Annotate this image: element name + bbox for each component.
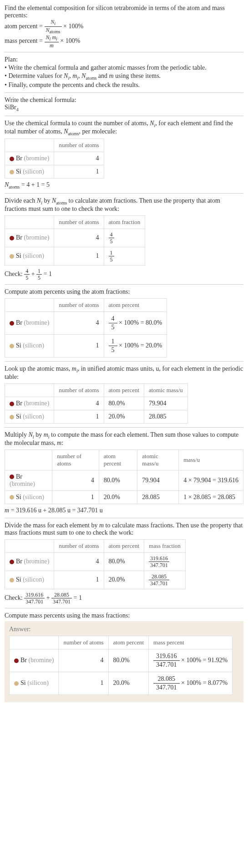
res: × 100% = 8.077% — [180, 679, 228, 686]
bromine-dot-icon — [10, 560, 14, 564]
n: 319.616 — [24, 592, 45, 598]
v: 1 × 28.085 = 28.085 — [179, 490, 243, 504]
atomfrac-table: number of atoms atom fraction Br (bromin… — [5, 215, 145, 266]
value: 1 — [54, 334, 104, 357]
den: 5 — [109, 238, 114, 244]
el: Si — [16, 342, 21, 349]
table-row: Si (silicon) 1 20.0% 28.085 — [5, 410, 188, 423]
times100: × 100% — [60, 37, 80, 44]
table-row: Si (silicon) 1 20.0% 28.085347.701 × 100… — [10, 672, 233, 694]
massfrac-table: number of atoms atom percent mass fracti… — [5, 539, 186, 589]
table-row: Si (silicon) 1 — [5, 165, 104, 179]
col: atom percent — [108, 636, 149, 649]
table-header: number of atoms — [5, 139, 104, 152]
d: 347.701 — [153, 661, 180, 669]
answer-box: Answer: number of atoms atom percent mas… — [5, 621, 243, 702]
table-row: Br (bromine) 4 45 — [5, 229, 145, 247]
mass-lookup-table: number of atoms atom percent atomic mass… — [5, 383, 188, 424]
t: Look up the atomic mass, — [5, 365, 72, 372]
fraction-cell: 28.085347.701 — [144, 571, 186, 589]
table-row: Si (silicon) 1 20.0% 28.085 1 × 28.085 =… — [5, 490, 243, 504]
col: number of atoms — [54, 215, 104, 229]
note: (bromine) — [24, 558, 50, 565]
t: Divide each — [5, 197, 37, 204]
v: 4 — [54, 397, 104, 410]
num: 1 — [109, 250, 114, 256]
v: 80.0% — [104, 397, 144, 410]
intro-block: Find the elemental composition for silic… — [5, 5, 243, 48]
t: Use the chemical formula to count the nu… — [5, 120, 150, 127]
n: 28.085 — [51, 592, 72, 598]
v: 1 — [54, 410, 104, 423]
col: atom percent — [99, 449, 137, 470]
d: 347.701 — [51, 598, 72, 604]
el: Si — [16, 252, 21, 259]
d: 347.701 — [149, 580, 169, 586]
table-row: Si (silicon) 1 20.0% 28.085347.701 — [5, 571, 186, 589]
divider — [5, 427, 243, 428]
v: 20.0% — [108, 672, 149, 694]
calc-cell: 45 × 100% = 80.0% — [104, 311, 167, 334]
value: 4 — [54, 152, 104, 165]
t: Multiply — [5, 431, 29, 438]
col: atom percent — [104, 298, 167, 311]
d: 347.701 — [24, 598, 45, 604]
fraction-cell: 15 — [104, 247, 145, 265]
intro: Multiply Ni by mi to compute the mass fo… — [5, 431, 243, 447]
element-cell: Si (silicon) — [10, 672, 59, 694]
calc-cell: 28.085347.701 × 100% = 8.077% — [149, 672, 233, 694]
answer-title: Answer: — [9, 626, 239, 633]
den: 5 — [109, 256, 114, 262]
silicon-dot-icon — [10, 415, 14, 419]
el: Si — [16, 168, 21, 175]
divider — [5, 52, 243, 52]
table-row: Si (silicon) 1 15 — [5, 247, 145, 265]
calc-cell: 319.616347.701 × 100% = 91.92% — [149, 649, 233, 672]
table-header: number of atoms atom percent atomic mass… — [5, 449, 243, 470]
n-atoms-total: Natoms = 4 + 1 = 5 — [5, 181, 243, 189]
mass-percent-formula: mass percent = Ni mi m × 100% — [5, 35, 243, 48]
note: (silicon) — [23, 252, 44, 259]
note: (silicon) — [23, 342, 44, 349]
d: 5 — [24, 275, 30, 281]
v: 79.904 — [144, 397, 188, 410]
table-row: Br (bromine) 4 45 × 100% = 80.0% — [5, 311, 167, 334]
check-line: Check: 319.616347.701 + 28.085347.701 = … — [5, 592, 243, 604]
v: 28.085 — [137, 490, 179, 504]
n: 28.085 — [153, 675, 180, 684]
d: 347.701 — [149, 562, 169, 568]
d: 347.701 — [153, 684, 180, 692]
col: mass percent — [149, 636, 233, 649]
label: Check: — [5, 271, 24, 277]
masspct-block: Compute mass percents using the mass fra… — [5, 612, 243, 702]
el: Br — [16, 400, 22, 407]
note: (silicon) — [23, 494, 44, 500]
el: Si — [16, 576, 21, 583]
res: × 100% = 20.0% — [117, 342, 162, 349]
v: 20.0% — [99, 490, 137, 504]
col: atom percent — [104, 383, 144, 397]
note: (silicon) — [27, 679, 49, 686]
divider — [5, 518, 243, 518]
v: 28.085 — [144, 410, 188, 423]
intro: Compute mass percents using the mass fra… — [5, 612, 243, 619]
table-header: number of atoms atom fraction — [5, 215, 145, 229]
col: mass/u — [179, 449, 243, 470]
t: : — [61, 439, 63, 446]
intro-text: Find the elemental composition for silic… — [5, 5, 243, 19]
count-table: number of atoms Br (bromine) 4 Si (silic… — [5, 138, 104, 179]
res: × 100% = 80.0% — [117, 319, 162, 326]
element-cell: Si (silicon) — [5, 334, 54, 357]
n: 1 — [109, 337, 117, 346]
mass-calc-block: Multiply Ni by mi to compute the mass fo… — [5, 431, 243, 514]
v: 1 — [52, 490, 99, 504]
atomfrac-intro: Divide each Ni by Natoms to calculate at… — [5, 197, 243, 213]
plan-block: Plan: • Write the chemical formula and g… — [5, 56, 243, 89]
atompct-table: number of atoms atom percent Br (bromine… — [5, 298, 167, 357]
label: Check: — [5, 594, 24, 601]
n: 1 — [36, 268, 42, 275]
table-header: number of atoms atom percent mass percen… — [10, 636, 233, 649]
silicon-dot-icon — [10, 495, 14, 500]
label: mass percent = — [5, 37, 45, 44]
count-block: Use the chemical formula to count the nu… — [5, 120, 243, 189]
